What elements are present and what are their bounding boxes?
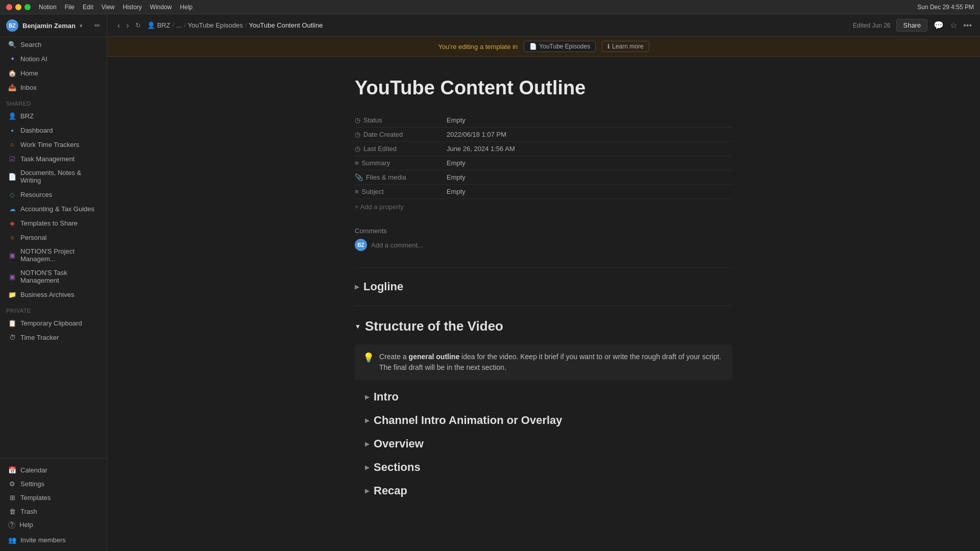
sidebar-item-label: Dashboard (20, 127, 53, 134)
logline-title: Logline (363, 280, 403, 293)
sidebar: BZ Benjamin Zeman ▾ ✏ 🔍 Search ✦ Notion … (0, 14, 107, 551)
sidebar-item-help[interactable]: ? Help (2, 518, 105, 531)
sidebar-item-label: Accounting & Tax Guides (20, 205, 94, 213)
overview-header[interactable]: ▶ Overview (365, 433, 732, 455)
property-row-summary: ≡ Summary Empty (355, 156, 732, 170)
star-icon[interactable]: ☆ (950, 20, 957, 30)
date-created-label: Date Created (363, 131, 403, 138)
sidebar-item-notion-ai[interactable]: ✦ Notion AI (2, 52, 105, 65)
share-button[interactable]: Share (896, 19, 927, 32)
callout-box: 💡 Create a general outline idea for the … (355, 344, 732, 380)
sidebar-item-notions-project[interactable]: ▣ NOTION'S Project Managem... (2, 245, 105, 265)
mac-fullscreen-dot[interactable] (24, 4, 31, 10)
more-icon[interactable]: ••• (963, 21, 972, 30)
structure-title: Structure of the Video (365, 318, 503, 334)
menu-view[interactable]: View (102, 4, 115, 11)
logline-header[interactable]: ▶ Logline (355, 276, 732, 297)
business-icon: 📁 (8, 290, 16, 298)
breadcrumb-ellipsis[interactable]: ... (176, 21, 182, 29)
sidebar-item-accounting[interactable]: ☁ Accounting & Tax Guides (2, 202, 105, 215)
topbar: ‹ › ↻ 👤 BRZ / ... / YouTube Episodes / Y… (107, 14, 980, 37)
sections-arrow: ▶ (365, 464, 370, 471)
compose-icon[interactable]: ✏ (94, 21, 101, 30)
menu-help[interactable]: Help (180, 4, 193, 11)
menu-file[interactable]: File (65, 4, 75, 11)
last-edited-value[interactable]: June 26, 2024 1:56 AM (447, 145, 515, 153)
sections-header[interactable]: ▶ Sections (365, 457, 732, 478)
sidebar-item-label: Documents, Notes & Writing (20, 169, 99, 184)
channel-intro-header[interactable]: ▶ Channel Intro Animation or Overlay (365, 410, 732, 431)
breadcrumb-separator2: / (184, 21, 186, 29)
sidebar-item-inbox[interactable]: 📥 Inbox (2, 81, 105, 94)
mac-minimize-dot[interactable] (15, 4, 21, 10)
comment-avatar: BZ (355, 239, 367, 251)
structure-header[interactable]: ▼ Structure of the Video (355, 314, 732, 338)
sidebar-item-templates[interactable]: ⊞ Templates (2, 491, 105, 504)
recap-header[interactable]: ▶ Recap (365, 480, 732, 502)
back-button[interactable]: ‹ (115, 20, 122, 31)
sidebar-item-brz[interactable]: 👤 BRZ (2, 109, 105, 122)
sidebar-shared-label: Shared (0, 94, 107, 109)
date-created-value[interactable]: 2022/06/18 1:07 PM (447, 131, 506, 138)
sidebar-item-temp-clipboard[interactable]: 📋 Temporary Clipboard (2, 316, 105, 330)
status-label: Status (363, 116, 382, 124)
subject-value[interactable]: Empty (447, 188, 465, 195)
breadcrumb-separator3: / (245, 21, 247, 29)
sidebar-item-label: Templates (20, 494, 51, 502)
template-link-label: YouTube Episodes (539, 43, 590, 50)
mac-datetime: Sun Dec 29 4:55 PM (917, 4, 974, 11)
summary-value[interactable]: Empty (447, 159, 465, 167)
sidebar-item-trash[interactable]: 🗑 Trash (2, 505, 105, 518)
add-property-button[interactable]: + Add a property (355, 199, 732, 215)
comment-input[interactable] (371, 241, 732, 249)
status-value[interactable]: Empty (447, 116, 465, 124)
breadcrumb-workspace[interactable]: BRZ (157, 21, 170, 29)
sidebar-item-dashboard[interactable]: ● Dashboard (2, 123, 105, 137)
intro-header[interactable]: ▶ Intro (365, 386, 732, 408)
menu-notion[interactable]: Notion (39, 4, 57, 11)
refresh-button[interactable]: ↻ (133, 20, 143, 30)
sidebar-item-documents[interactable]: 📄 Documents, Notes & Writing (2, 166, 105, 187)
sidebar-item-notions-task[interactable]: ▣ NOTION'S Task Management (2, 266, 105, 287)
comment-icon[interactable]: 💬 (934, 20, 944, 30)
sidebar-item-label: Time Tracker (20, 334, 59, 341)
personal-icon: ○ (8, 233, 16, 241)
files-value[interactable]: Empty (447, 173, 465, 181)
sidebar-item-label: Calendar (20, 466, 47, 474)
forward-button[interactable]: › (124, 20, 131, 31)
intro-arrow: ▶ (365, 393, 370, 400)
sidebar-item-label: Templates to Share (20, 219, 78, 227)
sidebar-item-label: Temporary Clipboard (20, 319, 82, 327)
sidebar-item-resources[interactable]: ◇ Resources (2, 188, 105, 201)
logline-section: ▶ Logline (355, 276, 732, 297)
sidebar-item-work-time[interactable]: ○ Work Time Trackers (2, 138, 105, 151)
sidebar-item-search[interactable]: 🔍 Search (2, 38, 105, 51)
chevron-down-icon[interactable]: ▾ (80, 23, 82, 29)
search-icon: 🔍 (8, 40, 16, 48)
menu-history[interactable]: History (123, 4, 142, 11)
timer-icon: ⏱ (8, 333, 16, 341)
sidebar-item-label: Task Management (20, 155, 75, 163)
sidebar-item-business[interactable]: 📁 Business Archives (2, 288, 105, 301)
sidebar-item-settings[interactable]: ⚙ Settings (2, 477, 105, 490)
sidebar-item-calendar[interactable]: 📅 Calendar (2, 463, 105, 477)
template-link-button[interactable]: 📄 YouTube Episodes (524, 41, 596, 52)
learn-more-button[interactable]: ℹ Learn more (602, 41, 649, 52)
breadcrumb-parent[interactable]: YouTube Episodes (188, 21, 243, 29)
invite-members-button[interactable]: 👥 Invite members (2, 533, 105, 546)
sidebar-item-home[interactable]: 🏠 Home (2, 66, 105, 80)
summary-icon: ≡ (355, 159, 359, 167)
sidebar-item-personal[interactable]: ○ Personal (2, 231, 105, 244)
files-label: Files & media (366, 173, 406, 181)
menu-edit[interactable]: Edit (83, 4, 93, 11)
recap-arrow: ▶ (365, 487, 370, 494)
home-icon: 🏠 (8, 69, 16, 77)
sidebar-item-time-tracker[interactable]: ⏱ Time Tracker (2, 331, 105, 344)
menu-window[interactable]: Window (150, 4, 172, 11)
property-row-files: 📎 Files & media Empty (355, 170, 732, 185)
sidebar-item-task-management[interactable]: ☑ Task Management (2, 152, 105, 165)
mac-menu: Notion File Edit View History Window Hel… (39, 4, 192, 11)
mac-close-dot[interactable] (6, 4, 12, 10)
sidebar-item-label: Search (20, 41, 41, 48)
sidebar-item-templates-share[interactable]: ◈ Templates to Share (2, 216, 105, 230)
